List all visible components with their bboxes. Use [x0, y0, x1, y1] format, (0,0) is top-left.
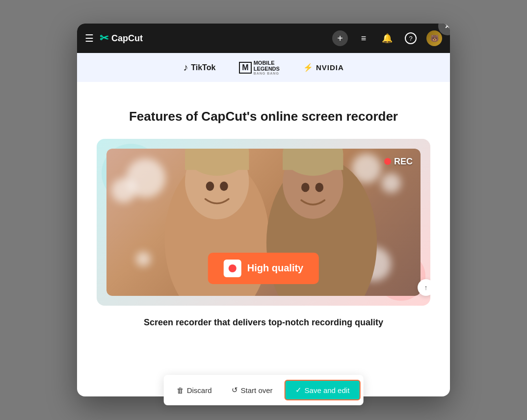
svg-point-11	[315, 183, 323, 192]
svg-point-10	[301, 183, 310, 192]
feature-card: REC High quality ↑	[97, 139, 430, 306]
discard-label: Discard	[187, 386, 212, 394]
nvidia-label: NVIDIA	[316, 63, 344, 72]
main-content: Features of CapCut's online screen recor…	[77, 97, 450, 347]
nvidia-icon: ⚡	[303, 63, 313, 72]
record-dot	[229, 264, 237, 272]
mobile-legends-logo: M MOBILELEGENDS BANG BANG	[239, 60, 280, 75]
bell-icon: 🔔	[382, 33, 393, 44]
ml-m-icon: M	[239, 62, 251, 74]
tiktok-icon: ♪	[183, 62, 188, 73]
start-over-button[interactable]: ↺ Start over	[222, 381, 283, 399]
navbar: ☰ ✂ CapCut + ≡ 🔔 ? 🐻	[77, 24, 450, 53]
cursor-area	[77, 82, 450, 97]
save-and-edit-button[interactable]: ✓ Save and edit	[285, 380, 361, 400]
rec-badge: REC	[384, 157, 413, 167]
user-avatar[interactable]: 🐻	[426, 30, 442, 46]
svg-rect-7	[283, 154, 343, 170]
hamburger-icon: ☰	[85, 33, 94, 44]
capcut-logo: ✂ CapCut	[100, 32, 143, 45]
capcut-logo-text: CapCut	[111, 33, 143, 44]
rec-dot	[384, 158, 391, 165]
section-subtitle: Screen recorder that delivers top-notch …	[97, 317, 430, 328]
ml-sub-label: BANG BANG	[254, 72, 280, 75]
help-button[interactable]: ?	[403, 30, 419, 46]
nvidia-logo: ⚡ NVIDIA	[303, 63, 344, 72]
svg-point-9	[220, 182, 228, 191]
help-icon: ?	[405, 32, 417, 44]
capcut-logo-icon: ✂	[100, 32, 108, 45]
add-icon: +	[337, 33, 343, 44]
start-over-label: Start over	[241, 386, 273, 394]
tiktok-label: TikTok	[191, 63, 215, 72]
hamburger-menu-button[interactable]: ☰	[85, 32, 94, 44]
tiktok-logo: ♪ TikTok	[183, 62, 215, 73]
discard-button[interactable]: 🗑 Discard	[167, 381, 222, 399]
avatar-image: 🐻	[430, 34, 439, 42]
high-quality-label: High quality	[247, 262, 303, 274]
list-icon: ≡	[361, 33, 367, 44]
close-icon: ×	[445, 24, 450, 31]
menu-icon-button[interactable]: ≡	[356, 30, 371, 46]
add-button[interactable]: +	[332, 30, 348, 46]
image-container: REC High quality	[106, 149, 421, 296]
modal: × ☰ ✂ CapCut + ≡ 🔔 ? 🐻	[77, 24, 450, 396]
notification-button[interactable]: 🔔	[379, 30, 395, 46]
high-quality-button[interactable]: High quality	[208, 253, 319, 284]
record-icon-box	[224, 260, 241, 277]
svg-rect-3	[185, 153, 249, 170]
svg-point-8	[206, 182, 214, 191]
scroll-up-button[interactable]: ↑	[418, 279, 430, 296]
start-over-icon: ↺	[232, 386, 238, 394]
content-area[interactable]: ♪ TikTok M MOBILELEGENDS BANG BANG ⚡ NVI…	[77, 53, 450, 396]
page-title: Features of CapCut's online screen recor…	[97, 108, 430, 125]
navbar-right-actions: + ≡ 🔔 ? 🐻	[332, 30, 442, 46]
bottom-toolbar: 🗑 Discard ↺ Start over ✓ Save and edit	[164, 375, 364, 405]
ml-label: MOBILELEGENDS	[254, 60, 280, 72]
checkmark-icon: ✓	[295, 386, 302, 394]
arrow-up-icon: ↑	[424, 284, 428, 291]
partner-logos-bar: ♪ TikTok M MOBILELEGENDS BANG BANG ⚡ NVI…	[77, 53, 450, 82]
save-edit-label: Save and edit	[305, 386, 350, 394]
discard-icon: 🗑	[177, 386, 184, 394]
rec-label: REC	[394, 157, 413, 167]
